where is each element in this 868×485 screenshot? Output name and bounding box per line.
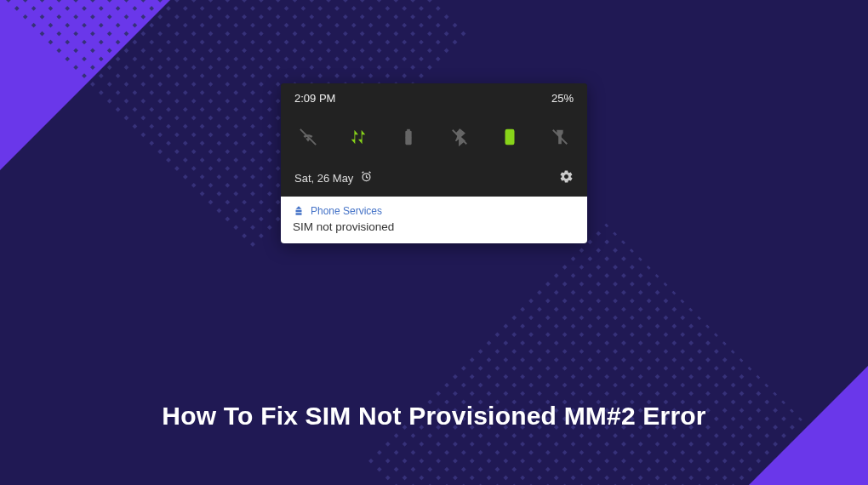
svg-rect-4	[406, 137, 411, 139]
phone-services-app-icon	[293, 205, 305, 217]
notification-card[interactable]: Phone Services SIM not provisioned	[281, 197, 587, 243]
quick-settings-row	[281, 111, 587, 164]
status-bar: 2:09 PM 25%	[281, 83, 587, 111]
svg-rect-6	[505, 130, 513, 145]
notification-header: Phone Services	[293, 205, 575, 217]
notification-app-name: Phone Services	[311, 205, 382, 217]
date-row: Sat, 26 May	[281, 164, 587, 197]
portrait-icon[interactable]	[500, 127, 520, 147]
svg-line-9	[363, 172, 364, 173]
svg-rect-2	[408, 129, 411, 132]
settings-gear-icon[interactable]	[559, 169, 574, 186]
flashlight-off-icon[interactable]	[550, 127, 570, 147]
date-label: Sat, 26 May	[294, 172, 353, 185]
status-battery-percent: 25%	[551, 92, 574, 105]
svg-line-0	[300, 129, 316, 145]
wifi-off-icon[interactable]	[298, 127, 318, 147]
bluetooth-off-icon[interactable]	[449, 127, 470, 147]
mobile-data-icon[interactable]	[348, 127, 368, 147]
notification-message: SIM not provisioned	[293, 220, 575, 233]
alarm-icon	[360, 170, 373, 185]
svg-line-10	[369, 172, 371, 173]
battery-saver-icon[interactable]	[398, 127, 419, 147]
article-headline: How To Fix SIM Not Provisioned MM#2 Erro…	[0, 402, 868, 431]
phone-notification-panel: 2:09 PM 25% Sat, 26 May	[281, 83, 587, 243]
status-time: 2:09 PM	[294, 92, 335, 105]
